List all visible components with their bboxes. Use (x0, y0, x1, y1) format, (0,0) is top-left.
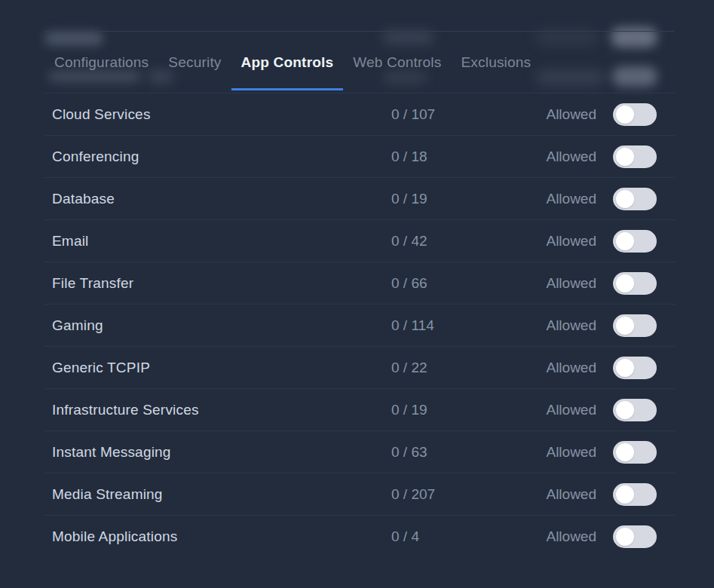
allow-toggle[interactable] (613, 230, 657, 253)
status-label: Allowed (546, 275, 596, 292)
toggle-knob (616, 528, 634, 546)
toggle-knob (616, 148, 634, 166)
toggle-knob (616, 485, 634, 504)
rule-count: 0 / 19 (391, 191, 546, 207)
allow-toggle[interactable] (613, 483, 657, 506)
status-label: Allowed (546, 486, 596, 503)
table-row: Gaming 0 / 114 Allowed (44, 305, 675, 347)
allow-toggle[interactable] (613, 272, 657, 295)
rule-count: 0 / 63 (391, 444, 546, 461)
tab-exclusions[interactable]: Exclusions (451, 32, 541, 93)
tab-app-controls[interactable]: App Controls (231, 32, 344, 93)
table-row: Database 0 / 19 Allowed (44, 178, 675, 220)
category-table: Cloud Services 0 / 107 Allowed Conferenc… (44, 93, 675, 558)
category-label: Email (52, 233, 391, 250)
allow-toggle[interactable] (613, 103, 657, 126)
toggle-knob (616, 106, 634, 124)
status-label: Allowed (546, 191, 596, 207)
toggle-knob (616, 317, 634, 335)
status-label: Allowed (546, 360, 596, 376)
status-label: Allowed (546, 528, 596, 545)
rule-count: 0 / 18 (391, 149, 546, 165)
rule-count: 0 / 107 (391, 106, 546, 123)
category-label: Generic TCPIP (52, 360, 391, 376)
status-label: Allowed (546, 444, 596, 461)
tab-label: Exclusions (461, 54, 531, 71)
status-label: Allowed (546, 233, 596, 250)
rule-count: 0 / 19 (391, 402, 546, 418)
table-row: Generic TCPIP 0 / 22 Allowed (44, 347, 675, 389)
rule-count: 0 / 4 (391, 528, 546, 545)
table-row: Instant Messaging 0 / 63 Allowed (44, 431, 675, 473)
rule-count: 0 / 207 (391, 486, 546, 503)
category-label: Cloud Services (52, 106, 391, 123)
toggle-knob (616, 190, 634, 208)
tab-label: App Controls (241, 54, 334, 71)
allow-toggle[interactable] (613, 188, 657, 210)
toggle-knob (616, 359, 634, 377)
table-row: Email 0 / 42 Allowed (44, 220, 675, 262)
category-label: Database (52, 191, 391, 207)
category-label: Gaming (52, 317, 391, 334)
status-label: Allowed (546, 106, 596, 123)
tab-security[interactable]: Security (158, 32, 231, 93)
table-row: Media Streaming 0 / 207 Allowed (44, 473, 675, 516)
category-label: File Transfer (52, 275, 391, 292)
toggle-knob (616, 401, 634, 419)
category-label: Conferencing (52, 149, 391, 165)
tab-label: Configurations (54, 54, 149, 71)
allow-toggle[interactable] (613, 399, 657, 421)
tab-label: Security (168, 54, 221, 71)
tab-label: Web Controls (353, 54, 441, 71)
allow-toggle[interactable] (613, 525, 657, 548)
rule-count: 0 / 66 (391, 275, 546, 292)
category-label: Instant Messaging (52, 444, 391, 461)
toggle-knob (616, 443, 634, 461)
rule-count: 0 / 22 (391, 360, 546, 376)
table-row: File Transfer 0 / 66 Allowed (44, 262, 675, 305)
category-label: Infrastructure Services (52, 402, 391, 418)
allow-toggle[interactable] (613, 357, 657, 379)
allow-toggle[interactable] (613, 145, 657, 168)
app-controls-panel: Configurations Security App Controls Web… (0, 0, 714, 588)
rule-count: 0 / 114 (391, 317, 546, 334)
status-label: Allowed (546, 149, 596, 165)
category-label: Media Streaming (52, 486, 391, 503)
toggle-knob (616, 274, 634, 292)
table-row: Mobile Applications 0 / 4 Allowed (44, 516, 675, 558)
table-row: Infrastructure Services 0 / 19 Allowed (44, 389, 675, 431)
allow-toggle[interactable] (613, 441, 657, 464)
tab-configurations[interactable]: Configurations (44, 32, 158, 93)
table-row: Cloud Services 0 / 107 Allowed (44, 93, 675, 136)
rule-count: 0 / 42 (391, 233, 546, 250)
table-row: Conferencing 0 / 18 Allowed (44, 136, 675, 178)
content-card: Configurations Security App Controls Web… (44, 31, 675, 558)
allow-toggle[interactable] (613, 314, 657, 337)
tab-web-controls[interactable]: Web Controls (343, 32, 451, 93)
status-label: Allowed (546, 317, 596, 334)
category-label: Mobile Applications (52, 528, 391, 545)
toggle-knob (616, 232, 634, 250)
tab-bar: Configurations Security App Controls Web… (44, 32, 675, 93)
status-label: Allowed (546, 402, 596, 418)
